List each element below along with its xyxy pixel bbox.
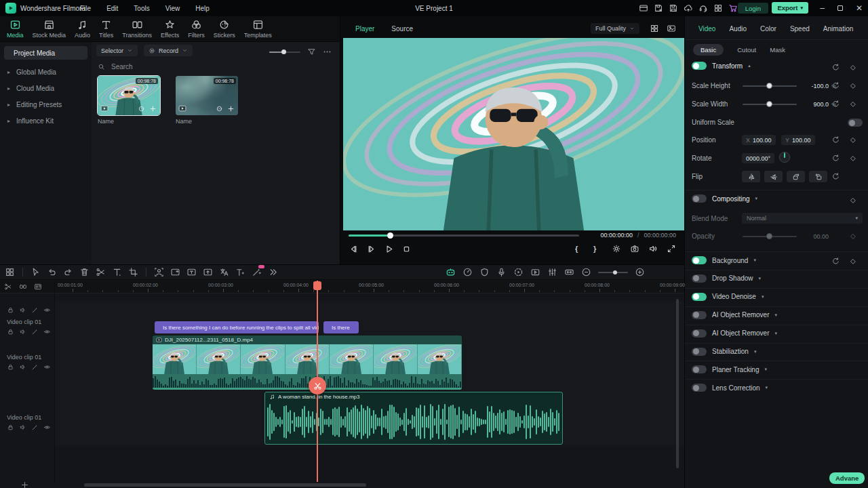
chevron-down-icon[interactable]: ▾ <box>753 258 756 263</box>
keyframe-icon[interactable] <box>849 100 857 108</box>
flip-h-button[interactable] <box>742 171 760 182</box>
tab-stock-media[interactable]: Stock Media <box>33 19 66 39</box>
scale-height-slider[interactable] <box>743 85 797 87</box>
volume-icon[interactable] <box>648 244 658 253</box>
playhead-handle[interactable] <box>313 281 321 290</box>
tab-filters[interactable]: Filters <box>188 19 205 39</box>
media-item[interactable]: 00:98:78Name <box>176 76 238 125</box>
playback-progress-bar[interactable] <box>349 235 579 237</box>
advance-button[interactable]: Advane <box>829 472 865 484</box>
menu-view[interactable]: View <box>165 5 180 12</box>
add-to-timeline-icon[interactable] <box>149 105 157 113</box>
stop-icon[interactable] <box>401 244 412 254</box>
thumbnail-size-slider[interactable] <box>269 52 300 53</box>
tab-color[interactable]: Color <box>760 25 776 33</box>
play-icon[interactable] <box>384 244 394 254</box>
tab-stickers[interactable]: Stickers <box>214 19 235 39</box>
chevron-down-icon[interactable]: ▾ <box>766 385 768 390</box>
subtab-basic[interactable]: Basic <box>693 44 724 56</box>
more-icon[interactable] <box>323 47 332 56</box>
step-forward-icon[interactable] <box>366 244 376 254</box>
close-button[interactable]: ✕ <box>856 3 863 13</box>
keyframe-icon[interactable] <box>849 232 857 241</box>
effects-wand-icon[interactable] <box>31 424 39 431</box>
tab-effects[interactable]: Effects <box>161 19 179 39</box>
audio-clip[interactable]: A woman stand..in the house.mp3 <box>264 392 563 445</box>
eye-icon[interactable] <box>43 306 51 314</box>
chevron-down-icon[interactable]: ▾ <box>764 367 767 372</box>
opacity-slider[interactable] <box>743 236 797 237</box>
tab-titles[interactable]: Titles <box>99 19 113 39</box>
horizontal-scrollbar[interactable] <box>84 483 366 487</box>
media-thumbnail[interactable]: 00:98:78 <box>98 76 160 115</box>
text-clip[interactable]: Is there <box>323 321 359 333</box>
vertical-scrollbar[interactable] <box>676 299 679 468</box>
layout-icon[interactable] <box>639 3 648 13</box>
rotate-dial[interactable] <box>778 151 791 163</box>
meta-icon[interactable] <box>138 105 145 113</box>
keyframe-icon[interactable] <box>849 82 857 90</box>
selector-dropdown[interactable]: Selector <box>96 45 138 56</box>
tab-player[interactable]: Player <box>355 25 374 33</box>
subtab-cutout[interactable]: Cutout <box>737 44 756 56</box>
keyframe-icon[interactable] <box>849 155 857 163</box>
prev-frame-icon[interactable] <box>349 244 359 254</box>
reset-icon[interactable] <box>831 257 840 266</box>
cart-icon[interactable] <box>728 3 738 13</box>
support-icon[interactable] <box>698 3 708 13</box>
keyframe-icon[interactable] <box>849 136 857 144</box>
transform-toggle[interactable] <box>692 62 707 70</box>
position-x-field[interactable]: X 100.00 <box>742 135 776 145</box>
gear-icon[interactable] <box>612 244 621 253</box>
eye-icon[interactable] <box>43 424 51 431</box>
login-button[interactable]: Login <box>738 3 768 14</box>
mute-icon[interactable] <box>19 328 26 336</box>
chevron-down-icon[interactable]: ▾ <box>762 294 764 300</box>
tab-transitions[interactable]: Transitions <box>122 19 152 39</box>
sidebar-item-cloud-media[interactable]: ▸Cloud Media <box>0 80 92 96</box>
reset-icon[interactable] <box>831 154 840 163</box>
tab-audio[interactable]: Audio <box>75 19 90 39</box>
lock-icon[interactable] <box>7 424 14 431</box>
meta-icon[interactable] <box>216 105 223 113</box>
keyframe-icon[interactable] <box>849 258 857 266</box>
eye-icon[interactable] <box>43 363 51 371</box>
tab-templates[interactable]: Templates <box>244 19 272 39</box>
scale-width-slider[interactable] <box>743 104 797 105</box>
effects-wand-icon[interactable] <box>31 328 39 336</box>
stabiliaztion-toggle[interactable] <box>692 348 707 356</box>
collapse-icon[interactable]: ▴ <box>748 63 751 68</box>
cloud-upload-icon[interactable] <box>684 3 693 13</box>
subtab-mask[interactable]: Mask <box>770 44 785 56</box>
mute-icon[interactable] <box>19 424 26 431</box>
keyframe-icon[interactable] <box>849 197 857 205</box>
menu-help[interactable]: Help <box>195 5 210 12</box>
lock-icon[interactable] <box>7 328 14 336</box>
rotate-field[interactable]: 0000.00° <box>742 153 774 163</box>
uniform-scale-toggle[interactable] <box>848 119 863 127</box>
lock-icon[interactable] <box>7 363 14 371</box>
position-y-field[interactable]: Y 100.00 <box>781 135 815 145</box>
split-button[interactable] <box>309 377 326 394</box>
sidebar-item-editing-presets[interactable]: ▸Editing Presets <box>0 96 92 113</box>
progress-handle[interactable] <box>387 232 393 239</box>
chevron-down-icon[interactable]: ▾ <box>755 196 758 201</box>
lock-icon[interactable] <box>7 306 14 314</box>
chevron-down-icon[interactable]: ▾ <box>754 349 757 354</box>
camera-icon[interactable] <box>630 244 639 253</box>
compositing-toggle[interactable] <box>692 195 707 203</box>
effects-wand-icon[interactable] <box>31 306 39 314</box>
planer-tracking-toggle[interactable] <box>692 365 707 373</box>
sidebar-item-global-media[interactable]: ▸Global Media <box>0 64 92 80</box>
rotate-ccw-button[interactable] <box>787 171 805 182</box>
add-to-timeline-icon[interactable] <box>227 105 235 113</box>
maximize-button[interactable] <box>837 5 843 11</box>
ai-object-remover-toggle[interactable] <box>692 311 707 319</box>
ai-object-remover-toggle[interactable] <box>692 329 707 338</box>
tab-video[interactable]: Video <box>698 25 715 33</box>
background-toggle[interactable] <box>692 256 707 264</box>
media-thumbnail[interactable]: 00:98:78 <box>176 76 238 115</box>
mute-icon[interactable] <box>19 306 26 314</box>
text-clip[interactable]: Is there something I can do before runni… <box>155 321 319 333</box>
reset-icon[interactable] <box>831 100 840 108</box>
